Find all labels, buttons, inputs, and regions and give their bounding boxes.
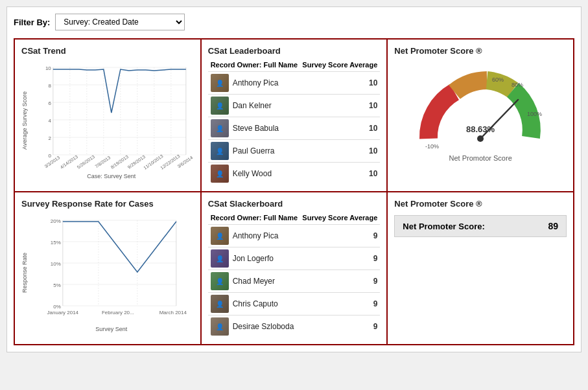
svg-text:0%: 0% xyxy=(53,304,61,310)
leaderboard-score: 10 xyxy=(364,146,377,155)
leaderboard-row: 👤 Anthony Pica 10 xyxy=(208,71,381,94)
leaderboard-col1: Record Owner: Full Name xyxy=(211,61,298,69)
csat-slackerboard-panel: CSat Slackerboard Record Owner: Full Nam… xyxy=(201,192,388,345)
leaderboard-name: Desirae Szloboda xyxy=(233,322,361,331)
leaderboard-name: Anthony Pica xyxy=(233,231,361,240)
svg-text:6: 6 xyxy=(48,100,51,106)
gauge-container: -10% 60% 80% 100% 88.63% Net Promotor Sc… xyxy=(394,61,567,168)
csat-leaderboard-title: CSat Leaderboard xyxy=(208,46,381,56)
avatar: 👤 xyxy=(211,119,229,137)
dashboard-grid: CSat Trend Average Survey Score xyxy=(14,38,574,345)
response-x-label: Survey Sent xyxy=(29,326,194,332)
leaderboard-score: 10 xyxy=(364,169,377,178)
leaderboard-col2: Survey Score Average xyxy=(302,61,377,69)
gauge-svg: -10% 60% 80% 100% 88.63% xyxy=(416,67,545,152)
nps-top-title: Net Promoter Score ® xyxy=(394,46,567,56)
svg-text:10%: 10% xyxy=(51,261,61,267)
svg-text:20%: 20% xyxy=(51,218,61,224)
slackerboard-row: 👤 Anthony Pica 9 xyxy=(208,224,381,247)
svg-point-32 xyxy=(477,135,484,142)
response-chart-inner: 0% 5% 10% 15% 20% January 2014 February … xyxy=(29,214,194,332)
slackerboard-col2: Survey Score Average xyxy=(302,214,377,222)
svg-text:100%: 100% xyxy=(527,111,542,117)
leaderboard-score: 9 xyxy=(364,231,377,240)
leaderboard-score: 10 xyxy=(364,124,377,133)
leaderboard-score: 9 xyxy=(364,322,377,331)
filter-select[interactable]: Survey: Created Date xyxy=(55,14,185,30)
avatar: 👤 xyxy=(211,227,229,245)
svg-text:4/14/2013: 4/14/2013 xyxy=(60,154,79,170)
leaderboard-name: Steve Babula xyxy=(233,124,361,133)
avatar: 👤 xyxy=(211,165,229,183)
slackerboard-col1: Record Owner: Full Name xyxy=(211,214,298,222)
svg-text:5%: 5% xyxy=(53,282,61,288)
leaderboard-name: Chris Caputo xyxy=(233,299,361,308)
response-chart-container: Response Rate xyxy=(21,214,194,332)
avatar: 👤 xyxy=(211,249,229,268)
trend-chart-inner: 0 2 4 6 8 10 3/3/2013 4/14/2013 5/26/201… xyxy=(29,61,194,179)
nps-score-box: Net Promoter Score: 89 xyxy=(394,215,567,237)
slackerboard-row: 👤 Jon Logerfo 9 xyxy=(208,247,381,270)
csat-leaderboard-panel: CSat Leaderboard Record Owner: Full Name… xyxy=(201,39,388,192)
nps-bottom-title: Net Promoter Score ® xyxy=(394,199,567,209)
leaderboard-row: 👤 Dan Kelner 10 xyxy=(208,94,381,117)
gauge-label: Net Promotor Score xyxy=(449,154,512,162)
svg-text:10: 10 xyxy=(45,65,51,71)
avatar: 👤 xyxy=(211,295,229,313)
svg-text:15%: 15% xyxy=(51,240,61,246)
leaderboard-score: 10 xyxy=(364,78,377,87)
response-chart-svg: 0% 5% 10% 15% 20% January 2014 February … xyxy=(29,214,194,324)
leaderboard-score: 10 xyxy=(364,101,377,110)
csat-slackerboard-title: CSat Slackerboard xyxy=(208,199,381,209)
leaderboard-name: Dan Kelner xyxy=(233,101,361,110)
slackerboard-row: 👤 Chris Caputo 9 xyxy=(208,292,381,315)
slackerboard-row: 👤 Chad Meyer 9 xyxy=(208,270,381,292)
leaderboard-name: Anthony Pica xyxy=(233,78,361,87)
trend-y-label: Average Survey Score xyxy=(21,91,28,150)
avatar: 👤 xyxy=(211,317,229,336)
nps-score-label: Net Promoter Score: xyxy=(403,222,484,231)
filter-bar: Filter By: Survey: Created Date xyxy=(14,14,574,30)
leaderboard-score: 9 xyxy=(364,254,377,263)
trend-chart-svg: 0 2 4 6 8 10 3/3/2013 4/14/2013 5/26/201… xyxy=(29,61,194,171)
svg-text:60%: 60% xyxy=(492,76,504,83)
avatar: 👤 xyxy=(211,272,229,290)
svg-text:80%: 80% xyxy=(512,82,523,88)
trend-chart-container: Average Survey Score xyxy=(21,61,194,179)
leaderboard-header: Record Owner: Full Name Survey Score Ave… xyxy=(208,61,381,69)
svg-text:3/3/2013: 3/3/2013 xyxy=(43,155,60,168)
page-wrapper: Filter By: Survey: Created Date CSat Tre… xyxy=(6,6,582,352)
csat-trend-title: CSat Trend xyxy=(21,46,194,56)
svg-text:January 2014: January 2014 xyxy=(47,310,79,315)
nps-bottom-panel: Net Promoter Score ® Net Promoter Score:… xyxy=(387,192,574,345)
leaderboard-row: 👤 Kelly Wood 10 xyxy=(208,162,381,185)
slackerboard-header: Record Owner: Full Name Survey Score Ave… xyxy=(208,214,381,222)
leaderboard-name: Paul Guerra xyxy=(233,146,361,155)
leaderboard-name: Jon Logerfo xyxy=(233,254,361,263)
leaderboard-row: 👤 Paul Guerra 10 xyxy=(208,139,381,162)
svg-text:February 20...: February 20... xyxy=(102,310,134,315)
leaderboard-name: Kelly Wood xyxy=(233,169,361,178)
svg-text:-10%: -10% xyxy=(425,143,439,150)
response-y-label: Response Rate xyxy=(21,253,28,293)
slackerboard-row: 👤 Desirae Szloboda 9 xyxy=(208,315,381,338)
csat-trend-panel: CSat Trend Average Survey Score xyxy=(14,39,201,192)
nps-top-panel: Net Promoter Score ® xyxy=(387,39,574,192)
trend-x-label: Case: Survey Sent xyxy=(29,173,194,179)
svg-text:2: 2 xyxy=(48,135,51,141)
svg-text:March 2014: March 2014 xyxy=(159,310,187,315)
svg-text:5/26/2013: 5/26/2013 xyxy=(76,154,96,170)
leaderboard-score: 9 xyxy=(364,299,377,308)
svg-text:8/19/2013: 8/19/2013 xyxy=(110,154,130,170)
leaderboard-name: Chad Meyer xyxy=(233,277,361,286)
svg-text:8: 8 xyxy=(48,83,51,89)
svg-text:0: 0 xyxy=(48,153,51,159)
leaderboard-row: 👤 Steve Babula 10 xyxy=(208,117,381,139)
nps-score-value: 89 xyxy=(548,221,558,231)
avatar: 👤 xyxy=(211,74,229,92)
leaderboard-score: 9 xyxy=(364,277,377,286)
avatar: 👤 xyxy=(211,97,229,115)
response-rate-panel: Survey Response Rate for Cases Response … xyxy=(14,192,201,345)
filter-label: Filter By: xyxy=(14,17,50,27)
response-rate-title: Survey Response Rate for Cases xyxy=(21,199,194,209)
